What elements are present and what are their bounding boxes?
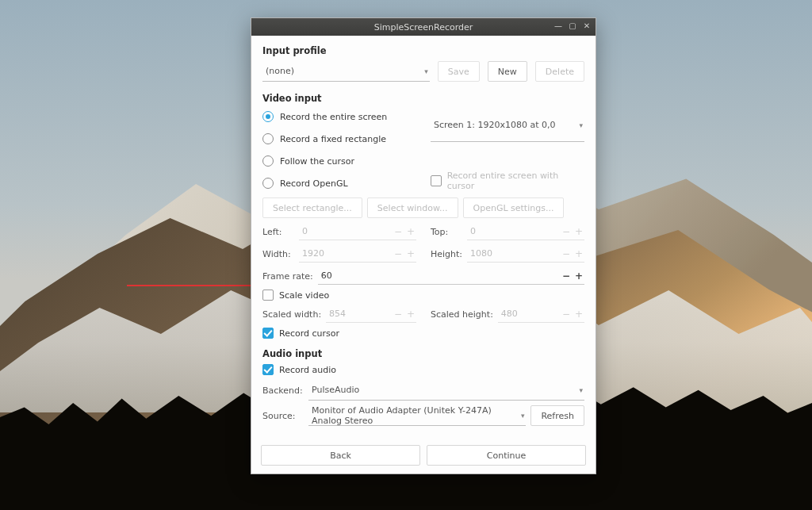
profile-select-value: (none) (266, 66, 294, 76)
source-value: Monitor of Audio Adapter (Unitek Y-247A)… (312, 405, 521, 426)
radio-label: Record a fixed rectangle (280, 134, 386, 144)
radio-label: Record the entire screen (280, 112, 387, 122)
scaled-height-label: Scaled height: (431, 309, 493, 320)
source-label: Source: (262, 411, 304, 421)
checkbox-label: Scale video (279, 290, 329, 301)
opengl-settings-button: OpenGL settings... (463, 197, 565, 218)
minus-icon: − (562, 226, 570, 237)
checkbox-label: Record cursor (279, 328, 339, 339)
close-icon[interactable]: ✕ (581, 21, 592, 32)
continue-button[interactable]: Continue (427, 445, 586, 466)
radio-label: Follow the cursor (280, 156, 354, 167)
profile-select[interactable]: (none) ▾ (262, 61, 430, 82)
chevron-down-icon: ▾ (579, 386, 583, 394)
checkbox-record-cursor[interactable]: Record cursor (262, 328, 584, 339)
width-label: Width: (262, 249, 294, 259)
window-title: SimpleScreenRecorder (374, 22, 473, 33)
radio-icon (262, 155, 274, 167)
scaled-height-field: 480 −+ (498, 305, 584, 323)
radio-icon (262, 178, 274, 189)
radio-follow-cursor[interactable]: Follow the cursor (262, 153, 416, 169)
radio-icon (262, 133, 274, 144)
section-input-profile: Input profile (262, 45, 584, 56)
plus-icon[interactable]: + (575, 270, 583, 282)
radio-icon (262, 111, 274, 122)
checkbox-icon (262, 364, 274, 375)
select-rectangle-button: Select rectangle... (262, 197, 362, 218)
plus-icon: + (407, 309, 415, 320)
radio-opengl[interactable]: Record OpenGL (262, 175, 416, 191)
minimize-icon[interactable]: — (553, 21, 564, 32)
minus-icon: − (562, 248, 570, 259)
backend-label: Backend: (262, 385, 304, 396)
source-select[interactable]: Monitor of Audio Adapter (Unitek Y-247A)… (308, 405, 526, 426)
minus-icon[interactable]: − (562, 270, 570, 282)
plus-icon: + (575, 309, 583, 320)
minus-icon: − (394, 226, 402, 237)
radio-label: Record OpenGL (280, 178, 348, 189)
plus-icon: + (575, 226, 583, 237)
refresh-button[interactable]: Refresh (530, 405, 584, 426)
checkbox-icon (262, 290, 274, 301)
framerate-field[interactable]: 60 −+ (318, 267, 584, 285)
chevron-down-icon: ▾ (424, 67, 428, 75)
height-label: Height: (431, 249, 462, 259)
backend-select[interactable]: PulseAudio ▾ (308, 380, 584, 401)
delete-button: Delete (535, 61, 584, 82)
checkbox-label: Record audio (279, 365, 336, 375)
app-window: SimpleScreenRecorder — ▢ ✕ Input profile… (251, 17, 596, 474)
plus-icon: + (407, 226, 415, 237)
scaled-width-field: 854 −+ (326, 305, 416, 323)
top-label: Top: (431, 227, 462, 237)
top-field: 0 −+ (467, 223, 584, 240)
minus-icon: − (394, 309, 402, 320)
back-button[interactable]: Back (261, 445, 420, 466)
left-label: Left: (262, 227, 294, 237)
scaled-width-label: Scaled width: (262, 309, 321, 320)
new-button[interactable]: New (488, 61, 527, 82)
minus-icon: − (562, 309, 570, 320)
titlebar[interactable]: SimpleScreenRecorder — ▢ ✕ (251, 18, 596, 36)
radio-fixed-rect[interactable]: Record a fixed rectangle (262, 131, 416, 147)
select-window-button: Select window... (367, 197, 458, 218)
height-field: 1080 −+ (467, 245, 584, 263)
plus-icon: + (407, 248, 415, 259)
checkbox-icon (431, 175, 442, 186)
checkbox-icon (262, 328, 274, 339)
framerate-label: Frame rate: (262, 271, 313, 282)
minus-icon: − (394, 248, 402, 259)
chevron-down-icon: ▾ (521, 412, 525, 420)
checkbox-label: Record entire screen with cursor (447, 171, 584, 191)
screen-select-value: Screen 1: 1920x1080 at 0,0 (434, 120, 556, 130)
section-video-input: Video input (262, 93, 584, 104)
section-audio-input: Audio input (262, 348, 584, 359)
width-field: 1920 −+ (299, 245, 416, 263)
checkbox-entire-with-cursor: Record entire screen with cursor (431, 171, 584, 191)
radio-entire-screen[interactable]: Record the entire screen (262, 109, 416, 125)
screen-select[interactable]: Screen 1: 1920x1080 at 0,0 ▾ (431, 109, 584, 142)
left-field: 0 −+ (299, 223, 416, 240)
plus-icon: + (575, 248, 583, 259)
save-button: Save (438, 61, 480, 82)
chevron-down-icon: ▾ (579, 121, 583, 129)
backend-value: PulseAudio (312, 385, 359, 395)
maximize-icon[interactable]: ▢ (567, 21, 578, 32)
checkbox-record-audio[interactable]: Record audio (262, 364, 584, 375)
checkbox-scale-video[interactable]: Scale video (262, 290, 584, 301)
